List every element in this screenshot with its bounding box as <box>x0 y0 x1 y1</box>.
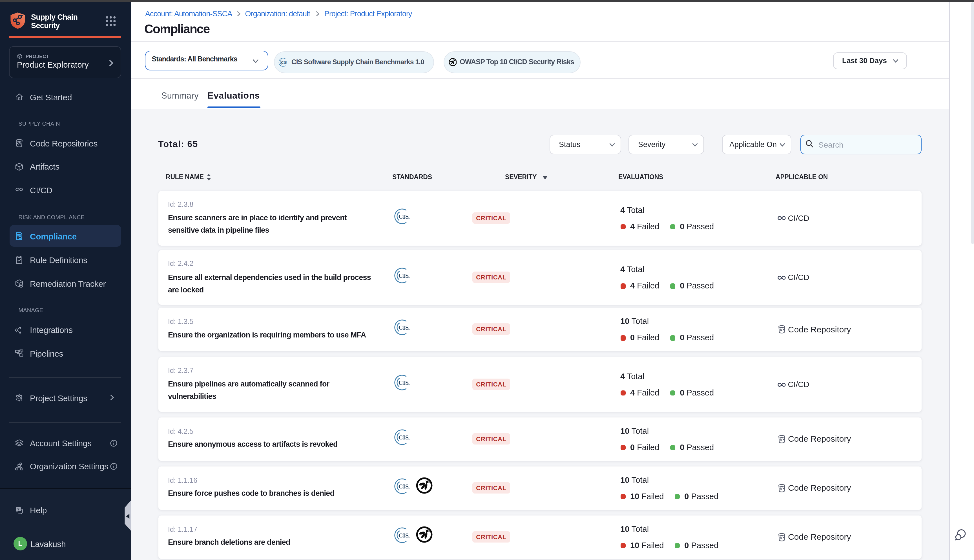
svg-text:CIS: CIS <box>398 213 409 220</box>
svg-text:CIS: CIS <box>281 60 287 65</box>
svg-text:CIS: CIS <box>398 324 409 331</box>
svg-text:CIS: CIS <box>398 379 409 386</box>
svg-text:CIS: CIS <box>398 532 409 538</box>
svg-text:CIS: CIS <box>398 272 409 280</box>
svg-text:CIS: CIS <box>398 483 409 490</box>
svg-text:CIS: CIS <box>398 433 409 440</box>
